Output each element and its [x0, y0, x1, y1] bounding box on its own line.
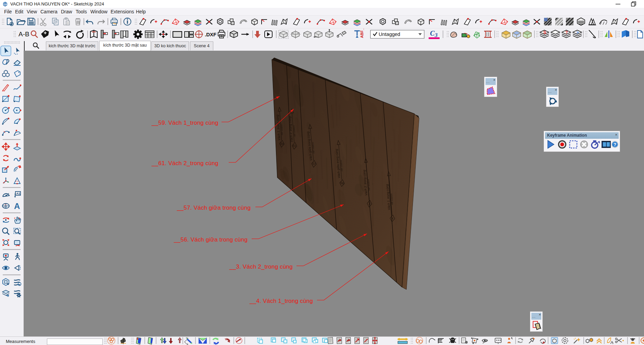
svg-text:?: ? [565, 30, 568, 35]
svg-text:61: 61 [292, 144, 296, 148]
svg-text:57: 57 [312, 162, 316, 166]
svg-text:?: ? [614, 142, 617, 147]
svg-text:S: S [543, 30, 546, 35]
svg-text:59: 59 [280, 142, 284, 146]
svg-text:>: > [576, 30, 579, 35]
svg-text:Untagged: Untagged [379, 32, 400, 37]
svg-text:56: 56 [340, 181, 344, 185]
svg-text:A-B: A-B [18, 30, 29, 38]
svg-text:A-B: A-B [4, 206, 7, 208]
svg-text:C: C [430, 29, 435, 37]
svg-text:A1: A1 [16, 192, 21, 195]
svg-text:.DXF: .DXF [205, 32, 216, 37]
svg-text:A: A [14, 201, 20, 211]
svg-text:C: C [5, 204, 7, 206]
svg-text:ABF_: ABF_ [360, 28, 364, 38]
svg-text:3: 3 [434, 32, 438, 38]
